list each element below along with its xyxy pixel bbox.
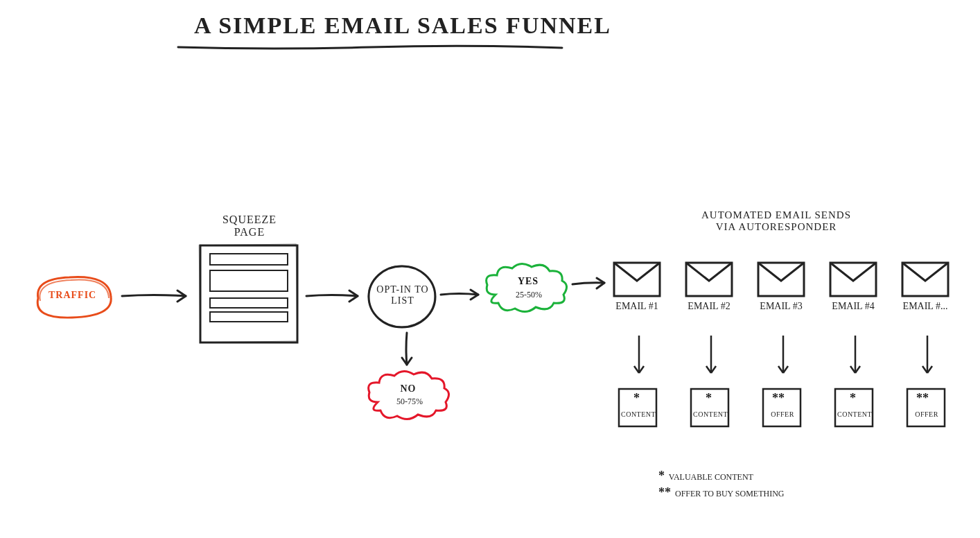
arrow-traffic-to-squeeze <box>119 286 195 306</box>
no-percentage: 50-75% <box>387 397 432 407</box>
squeeze-page-label: SQUEEZE PAGE <box>215 214 284 239</box>
svg-rect-1 <box>199 244 297 342</box>
envelope-icon <box>683 260 735 299</box>
email-label: EMAIL #4 <box>829 301 877 312</box>
optin-label: OPT-IN TO LIST <box>376 284 429 306</box>
diagram-title: A SIMPLE EMAIL SALES FUNNEL <box>194 12 611 39</box>
legend-star-one: * <box>658 469 665 483</box>
arrow-down-icon <box>847 333 864 381</box>
envelope-icon <box>900 260 951 299</box>
result-box-label: OFFER <box>909 410 944 418</box>
result-box-label: OFFER <box>765 410 800 418</box>
arrow-down-icon <box>919 333 936 381</box>
result-box-label: CONTENT <box>621 410 656 418</box>
no-label: NO <box>391 383 426 394</box>
arrow-down-icon <box>775 333 791 381</box>
arrow-optin-to-no <box>396 330 417 372</box>
email-label: EMAIL #2 <box>685 301 733 312</box>
legend-two-label: OFFER TO BUY SOMETHING <box>675 489 784 498</box>
svg-rect-5 <box>210 312 288 322</box>
svg-rect-3 <box>210 270 288 291</box>
svg-rect-2 <box>210 254 288 265</box>
yes-cloud <box>482 260 572 315</box>
result-box-label: CONTENT <box>693 410 728 418</box>
yes-percentage: 25-50% <box>504 290 554 300</box>
arrow-down-icon <box>703 333 719 381</box>
result-box-label: CONTENT <box>837 410 872 418</box>
svg-rect-4 <box>210 298 288 308</box>
squeeze-page-graphic <box>198 243 301 347</box>
legend-star-two: ** <box>658 485 671 499</box>
arrow-yes-to-emails <box>570 274 611 295</box>
arrow-optin-to-yes <box>438 284 487 305</box>
legend-one-label: VALUABLE CONTENT <box>669 472 753 482</box>
arrow-squeeze-to-optin <box>304 286 366 306</box>
envelope-icon <box>755 260 807 299</box>
star-icon: ** <box>916 391 929 406</box>
star-icon: * <box>850 391 856 406</box>
arrow-down-icon <box>631 333 647 381</box>
svg-rect-0 <box>200 245 297 342</box>
no-cloud <box>364 367 454 423</box>
autoresponder-label: AUTOMATED EMAIL SENDS VIA AUTORESPONDER <box>700 209 852 234</box>
star-icon: * <box>633 391 640 406</box>
star-icon: * <box>706 391 712 406</box>
email-label: EMAIL #3 <box>757 301 805 312</box>
title-underline <box>177 43 565 53</box>
traffic-label: TRAFFIC <box>49 290 96 301</box>
star-icon: ** <box>772 391 785 406</box>
email-label: EMAIL #1 <box>613 301 661 312</box>
email-label: EMAIL #... <box>901 301 950 312</box>
envelope-icon <box>828 260 879 299</box>
envelope-icon <box>611 260 663 299</box>
yes-label: YES <box>507 276 549 287</box>
